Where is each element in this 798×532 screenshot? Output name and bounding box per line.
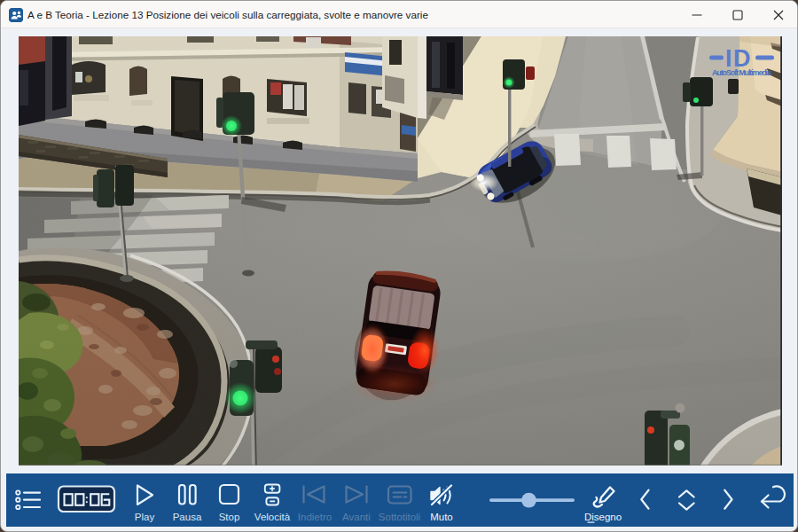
svg-text:Stop: Stop (219, 512, 240, 522)
svg-text:Sottotitoli: Sottotitoli (379, 512, 420, 522)
svg-text:AutoSoft Multimedia: AutoSoft Multimedia (712, 68, 772, 77)
svg-text:Velocità: Velocità (254, 512, 291, 522)
svg-text:Pausa: Pausa (173, 512, 202, 522)
svg-text:Muto: Muto (430, 512, 453, 522)
svg-text:Disegno: Disegno (584, 512, 622, 522)
svg-text:Avanti: Avanti (342, 512, 371, 522)
svg-text:Play: Play (135, 512, 155, 522)
svg-text:Indietro: Indietro (298, 512, 332, 522)
